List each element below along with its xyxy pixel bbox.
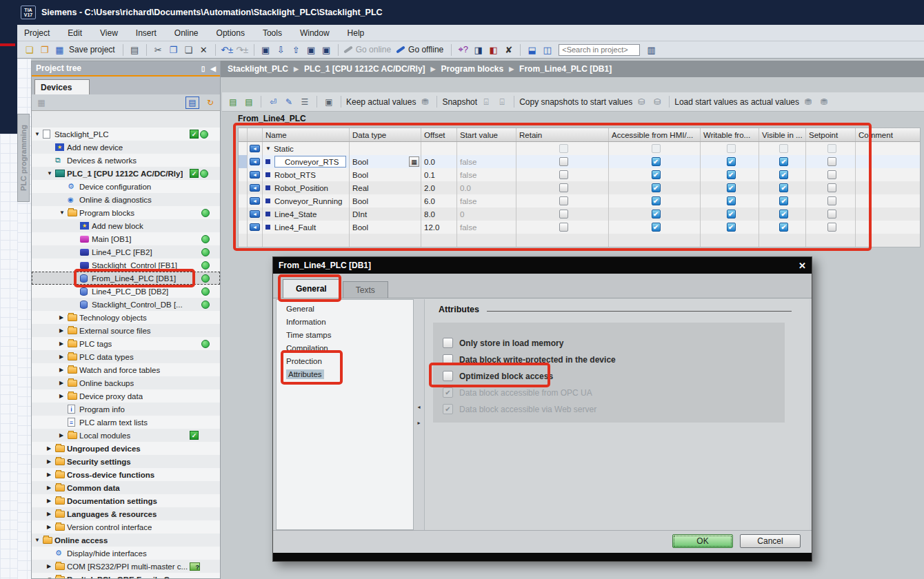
download-icon[interactable]: ⇩ [274,43,288,57]
tree-item-online-diagnostics[interactable]: ◉Online & diagnostics [32,193,220,206]
visible-checkbox[interactable]: ✔ [779,210,788,219]
new-project-icon[interactable]: ❏ [23,43,36,57]
search-input[interactable]: <Search in project> [559,44,640,56]
snapshot-icon[interactable]: ⌻ [479,95,493,108]
table-row-line4-state[interactable]: ◄ Line4_State DInt 8.0 0 ✔ ✔ ✔ [239,207,920,221]
tree-item-realtek-interface[interactable]: ▼Realtek PCIe GBE Family Con... [32,573,220,578]
visible-checkbox[interactable] [779,144,788,153]
tree-item-watch-force-tables[interactable]: ▶Watch and force tables [32,363,220,376]
breadcrumb-db1[interactable]: From_Line4_PLC [DB1] [519,64,612,74]
visible-checkbox[interactable]: ✔ [779,170,788,179]
expand-members-icon[interactable]: ☰ [298,95,312,108]
close-icon[interactable]: ✕ [799,261,806,271]
upload-icon[interactable]: ⇧ [290,43,303,57]
table-row-empty[interactable] [239,234,920,247]
setpoint-checkbox[interactable] [827,183,836,192]
retain-checkbox[interactable] [559,144,568,153]
attr-only-store-row[interactable]: Only store in load memory [443,338,563,348]
go-online-button[interactable]: Go online [356,45,391,54]
comment-cell[interactable] [856,181,920,194]
menu-insert[interactable]: Insert [136,28,157,38]
snapshot-load-icon[interactable]: ⌻ [495,95,509,108]
col-comment[interactable]: Comment [856,128,920,141]
tree-item-device-proxy-data[interactable]: ▶Device proxy data [32,389,220,403]
visible-checkbox[interactable]: ✔ [779,157,788,166]
plc-programming-tab[interactable]: PLC programming [17,114,30,202]
copy-snapshot-icon[interactable]: ⛁ [634,95,648,108]
writable-checkbox[interactable]: ✔ [727,210,736,219]
col-data-type[interactable]: Data type [350,128,421,141]
tree-item-add-new-block[interactable]: ★Add new block [32,219,220,232]
details-view-icon[interactable]: ▤ [185,96,199,109]
writable-checkbox[interactable]: ✔ [727,196,736,205]
reset-start-values-icon[interactable]: ⏎ [266,95,280,108]
retain-checkbox[interactable] [559,183,568,192]
stop-cpu-icon[interactable]: ◧ [487,43,500,57]
tree-item-cross-device-functions[interactable]: ▶Cross-device functions [32,468,220,481]
keep-actual-values-button[interactable]: Keep actual values [346,97,416,107]
write-protected-checkbox[interactable] [443,354,453,365]
setpoint-checkbox[interactable] [827,223,836,232]
name-edit-cell[interactable]: Conveyor_RTS [274,156,346,167]
setpoint-checkbox[interactable] [827,157,836,166]
tree-item-technology-objects[interactable]: ▶Technology objects [32,311,220,324]
menu-project[interactable]: Project [24,28,50,38]
table-row-conveyor-rts[interactable]: ◄ Conveyor_RTS Bool▦ 0.0 false ✔ ✔ ✔ [239,155,920,168]
comment-cell[interactable] [856,221,920,234]
menu-online[interactable]: Online [174,28,199,38]
table-row-robot-position[interactable]: ◄ Robot_Position Real 2.0 0.0 ✔ ✔ ✔ [239,181,920,194]
project-library-icon[interactable]: ▥ [645,43,658,57]
paste-icon[interactable]: ❏ [182,43,195,57]
breadcrumb-plc[interactable]: PLC_1 [CPU 1212C AC/DC/Rly] [304,64,425,74]
print-icon[interactable]: ▤ [128,43,141,57]
save-project-icon[interactable]: ▦ [53,43,66,57]
load-values-all-icon[interactable]: ⛃ [817,95,831,108]
tree-item-documentation-settings[interactable]: ▶Documentation settings [32,494,220,507]
optimized-block-access-checkbox[interactable] [443,371,453,381]
nav-attributes[interactable]: Attributes [277,367,413,380]
visible-checkbox[interactable]: ✔ [779,183,788,192]
go-online-icon[interactable] [343,45,353,53]
only-store-checkbox[interactable] [443,338,453,348]
save-project-button[interactable]: Save project [69,45,115,54]
cancel-button[interactable]: Cancel [740,534,801,548]
nav-information[interactable]: Information [277,315,413,328]
tree-item-online-access[interactable]: ▼Online access [32,534,220,547]
tree-item-program-info[interactable]: iProgram info [32,403,220,416]
tree-item-external-source-files[interactable]: ▶External source files [32,324,220,337]
retain-checkbox[interactable] [559,223,568,232]
split-editor-vertical-icon[interactable]: ◫ [541,43,554,57]
cross-references-icon[interactable]: ✘ [502,43,515,57]
add-row-icon[interactable]: ▤ [242,95,256,108]
download-to-device-icon[interactable]: ▣ [259,43,272,57]
setpoint-checkbox[interactable] [827,144,836,153]
tree-item-program-blocks[interactable]: ▼Program blocks [32,206,220,219]
tree-item-line4-plc-fb2[interactable]: Line4_PLC [FB2] [32,245,220,258]
dialog-title-bar[interactable]: From_Line4_PLC [DB1] ✕ [273,257,812,274]
tab-general[interactable]: General [283,279,340,298]
menu-tools[interactable]: Tools [263,28,282,38]
writable-checkbox[interactable] [727,144,736,153]
go-offline-icon[interactable] [396,45,405,53]
setpoint-checkbox[interactable] [827,196,836,205]
insert-row-icon[interactable]: ▤ [226,95,240,108]
attr-optimized-row[interactable]: Optimized block access [443,371,553,381]
tree-item-plc1[interactable]: ▼PLC_1 [CPU 1212C AC/DC/Rly]✓ [32,167,220,180]
retain-checkbox[interactable] [559,196,568,205]
tree-item-common-data[interactable]: ▶Common data [32,481,220,494]
tree-item-plc-data-types[interactable]: ▶PLC data types [32,350,220,363]
splitter-left-icon[interactable]: ◂ [417,404,420,410]
attr-write-protected-row[interactable]: Data block write-protected in the device [443,354,616,365]
col-writable[interactable]: Writable fro... [701,128,759,141]
split-editor-horizontal-icon[interactable]: ⬓ [525,43,539,57]
menu-edit[interactable]: Edit [68,28,82,38]
nav-time-stamps[interactable]: Time stamps [277,328,413,341]
splitter-right-icon[interactable]: ▸ [417,420,420,426]
refresh-view-icon[interactable]: ↻ [203,96,217,109]
open-project-icon[interactable]: ❐ [38,43,51,57]
collapse-panel-icon[interactable]: ◀ [210,65,216,72]
copy-snapshots-button[interactable]: Copy snapshots to start values [519,97,632,107]
tree-item-from-line4-plc-db1[interactable]: From_Line4_PLC [DB1] [32,272,220,285]
start-runtime-icon[interactable]: ▣ [320,43,333,57]
menu-window[interactable]: Window [300,28,330,38]
